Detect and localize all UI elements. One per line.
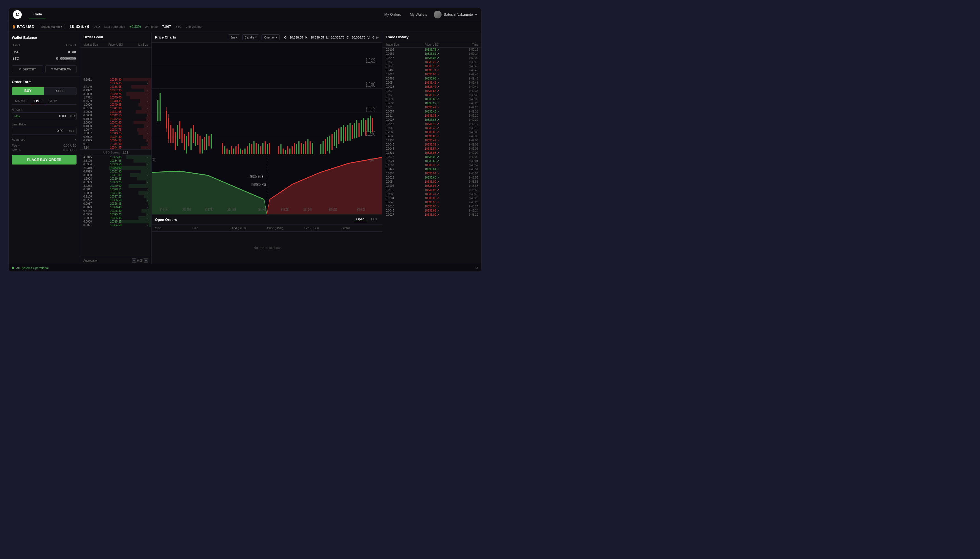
user-menu[interactable]: Satoshi Nakamoto ▾ [434, 11, 477, 18]
order-book-ask-row[interactable]: 3.14 10344.45 - [80, 146, 151, 149]
order-book-bid-row[interactable]: 0.0037 10326.45 - [80, 202, 151, 205]
order-book-bid-row[interactable]: 0.0222 10326.50 - [80, 198, 151, 202]
order-book-ask-row[interactable]: 2.0000 10341.95 - [80, 110, 151, 114]
order-book-ask-row[interactable]: 0.1322 10337.35 - [80, 89, 151, 92]
trade-history-row: 0.1667 10336.33 ↗ 9:48:57 [382, 163, 481, 167]
chart-area[interactable]: $10,425 $10,400 $10,375 $10,350 $10,325 … [152, 43, 382, 214]
chart-type-dropdown[interactable]: Candle ▾ [242, 35, 260, 40]
agg-increase-button[interactable]: + [144, 258, 148, 263]
market-order-tab[interactable]: MARKET [12, 98, 31, 104]
nav-tabs: Trade [28, 10, 382, 18]
order-book-bid-row[interactable]: 1.0000 10327.95 - [80, 191, 151, 195]
order-book-bid-row[interactable]: 0.6168 10326.30 - [80, 209, 151, 213]
c-value: 10,336.78 [352, 36, 365, 39]
order-book-ask-row[interactable]: 1.0047 10343.75 - [80, 128, 151, 132]
deposit-button[interactable]: ⊕ DEPOSIT [12, 66, 43, 73]
overlay-dropdown[interactable]: Overlay ▾ [262, 35, 280, 40]
order-book-bid-row[interactable]: 3.0000 10331.00 - [80, 173, 151, 177]
aggregation-label: Aggregation [83, 259, 98, 262]
order-book-bid-row[interactable]: 0.0984 10333.50 - [80, 162, 151, 166]
limit-order-tab[interactable]: LIMIT [31, 98, 45, 104]
order-book-bid-row[interactable]: 1.2904 10329.35 - [80, 177, 151, 180]
stop-order-tab[interactable]: STOP [45, 98, 60, 104]
order-book-bid-row[interactable]: 0.0999 10329.25 - [80, 180, 151, 184]
top-nav: C Trade My Orders My Wallets Satoshi Nak… [8, 8, 481, 21]
last-price: 10,336.78 [70, 24, 89, 29]
max-button[interactable]: Max [12, 113, 22, 119]
withdraw-button[interactable]: ⊖ WITHDRAW [45, 66, 77, 73]
svg-text:$10,380: $10,380 [281, 207, 289, 212]
app-logo[interactable]: C [13, 10, 22, 19]
ob-col-market-size: Market Size [83, 43, 105, 46]
svg-text:$10,230: $10,230 [205, 207, 213, 212]
order-book-ask-row[interactable]: 0.1000 10342.90 - [80, 124, 151, 128]
advanced-toggle[interactable]: Advanced ▾ [12, 137, 76, 141]
trade-history-row: 0.0054 10336.46 ↗ 9:49:20 [382, 109, 481, 114]
order-book-bid-row[interactable]: 2.5100 10334.95 - [80, 159, 151, 162]
order-book-bid-row[interactable]: 4.0045 10335.05 - [80, 155, 151, 159]
svg-rect-41 [186, 136, 187, 154]
order-book-ask-row[interactable]: 0.01 10344.40 - [80, 142, 151, 146]
order-book-ask-row[interactable]: 1.0000 10340.65 - [80, 103, 151, 106]
open-orders-empty: No orders to show [152, 232, 382, 264]
my-orders-button[interactable]: My Orders [382, 11, 403, 18]
timeframe-dropdown[interactable]: 5m ▾ [228, 35, 240, 40]
svg-rect-48 [202, 139, 203, 154]
order-book-ask-row[interactable]: 0.7599 10340.35 - [80, 99, 151, 103]
order-book-bid-row[interactable]: 0.1100 10327.25 - [80, 195, 151, 198]
open-tab[interactable]: Open [354, 217, 366, 222]
order-book-bid-row[interactable]: 0.7599 10332.90 - [80, 170, 151, 173]
svg-rect-93 [325, 139, 326, 155]
order-book-ask-row[interactable]: 2.4140 10336.55 - [80, 85, 151, 89]
volume-unit: BTC [175, 25, 181, 28]
svg-rect-51 [208, 136, 209, 146]
open-orders-title: Open Orders [155, 218, 354, 222]
order-book-ask-row[interactable]: 1.4371 10340.00 - [80, 96, 151, 99]
order-book-bid-row[interactable]: 0.0021 10324.50 - [80, 223, 151, 227]
settings-gear-icon[interactable]: ⚙ [475, 266, 478, 270]
buy-tab[interactable]: BUY [12, 87, 44, 95]
trade-history-row: 0.007 10335.29 ↗ 9:49:49 [382, 60, 481, 64]
order-book-bid-row[interactable]: 0.0023 10326.40 - [80, 205, 151, 209]
nav-tab-trade[interactable]: Trade [28, 10, 46, 18]
order-book-bid-row[interactable]: 6.0000 10325.25 - [80, 220, 151, 223]
limit-price-input[interactable] [12, 127, 66, 134]
total-row: Total ≈ 0.00 USD [12, 148, 76, 152]
amount-input[interactable] [22, 112, 68, 120]
oo-col-price: Price (USD) [267, 227, 305, 230]
my-wallets-button[interactable]: My Wallets [408, 11, 429, 18]
order-book-ask-row[interactable]: 0.5922 10344.30 - [80, 135, 151, 139]
fills-tab[interactable]: Fills [369, 217, 379, 222]
select-market-button[interactable]: Select Market ▾ [39, 24, 65, 29]
order-book-ask-row[interactable]: 0.2999 10344.35 - [80, 139, 151, 142]
order-book-ask-row[interactable]: 1.0007 10343.75 - [80, 132, 151, 135]
svg-rect-36 [175, 132, 176, 150]
chart-forward-icon[interactable]: ▶ [376, 35, 379, 39]
amount-label: Amount [12, 108, 76, 111]
price-change: +0.33% [130, 25, 141, 29]
order-book-bid-row[interactable]: 1.0000 10325.45 - [80, 216, 151, 220]
svg-rect-110 [363, 118, 364, 132]
order-book-bid-row[interactable]: 0.0500 10325.75 - [80, 213, 151, 216]
l-label: L: [326, 36, 329, 39]
place-order-button[interactable]: PLACE BUY ORDER [12, 155, 76, 164]
order-book-bid-row[interactable]: 0.0011 10328.15 - [80, 188, 151, 191]
order-book-ask-row[interactable]: 5.6011 10336.30 - [80, 78, 151, 81]
order-book-ask-row[interactable]: 2.0000 10342.85 - [80, 121, 151, 124]
svg-rect-106 [354, 123, 355, 138]
svg-rect-98 [336, 130, 337, 148]
order-book-ask-row[interactable]: 0.1000 10342.65 - [80, 117, 151, 121]
order-book-bid-row[interactable]: 3.0268 10329.00 - [80, 184, 151, 188]
order-book-bid-row[interactable]: 25.3100 10333.00 - [80, 166, 151, 170]
order-book-ask-row[interactable]: 0.0688 10342.15 - [80, 114, 151, 117]
main-layout: Wallet Balance Asset Amount USD 0.00 [8, 32, 481, 264]
order-book-ask-row[interactable]: 3.0000 10339.25 - [80, 92, 151, 96]
volume: 7,867 [162, 25, 171, 29]
svg-rect-87 [305, 141, 306, 156]
order-book-ask-row[interactable]: 0.6100 10341.80 - [80, 106, 151, 110]
o-label: O: [284, 36, 287, 39]
order-book-ask-row[interactable]: 10336.35 - [80, 81, 151, 85]
sell-tab[interactable]: SELL [44, 87, 77, 95]
agg-decrease-button[interactable]: − [132, 258, 136, 263]
svg-rect-47 [200, 136, 201, 154]
